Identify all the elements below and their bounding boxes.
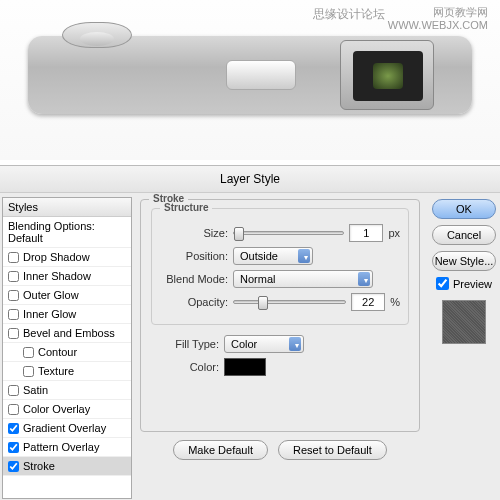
fill-type-select[interactable]: Color	[224, 335, 304, 353]
opacity-input[interactable]: 22	[351, 293, 385, 311]
sidebar-item-gradient-overlay[interactable]: Gradient Overlay	[3, 419, 131, 438]
make-default-button[interactable]: Make Default	[173, 440, 268, 460]
sidebar-checkbox[interactable]	[8, 461, 19, 472]
sidebar-item-stroke[interactable]: Stroke	[3, 457, 131, 476]
reset-default-button[interactable]: Reset to Default	[278, 440, 387, 460]
preview-label: Preview	[453, 278, 492, 290]
preview-checkbox[interactable]	[436, 277, 449, 290]
layer-style-dialog: Layer Style Styles Blending Options: Def…	[0, 165, 500, 500]
blending-options-row[interactable]: Blending Options: Default	[3, 217, 131, 248]
opacity-label: Opacity:	[160, 296, 228, 308]
sidebar-item-color-overlay[interactable]: Color Overlay	[3, 400, 131, 419]
sidebar-item-pattern-overlay[interactable]: Pattern Overlay	[3, 438, 131, 457]
camera-shutter-icon	[80, 32, 114, 46]
stroke-panel: Stroke Structure Size: 1 px Position: Ou…	[132, 193, 428, 500]
sidebar-item-label: Gradient Overlay	[23, 422, 106, 434]
sidebar-item-label: Outer Glow	[23, 289, 79, 301]
camera-flash-icon	[226, 60, 296, 90]
sidebar-checkbox[interactable]	[23, 347, 34, 358]
position-label: Position:	[160, 250, 228, 262]
color-label: Color:	[151, 361, 219, 373]
sidebar-item-label: Inner Shadow	[23, 270, 91, 282]
styles-sidebar: Styles Blending Options: Default Drop Sh…	[2, 197, 132, 499]
new-style-button[interactable]: New Style...	[432, 251, 496, 271]
sidebar-checkbox[interactable]	[8, 271, 19, 282]
sidebar-checkbox[interactable]	[8, 328, 19, 339]
preview-checkbox-row[interactable]: Preview	[436, 277, 492, 290]
sidebar-checkbox[interactable]	[8, 290, 19, 301]
sidebar-checkbox[interactable]	[8, 442, 19, 453]
sidebar-item-inner-glow[interactable]: Inner Glow	[3, 305, 131, 324]
sidebar-item-outer-glow[interactable]: Outer Glow	[3, 286, 131, 305]
sidebar-item-label: Satin	[23, 384, 48, 396]
sidebar-checkbox[interactable]	[23, 366, 34, 377]
sidebar-item-drop-shadow[interactable]: Drop Shadow	[3, 248, 131, 267]
cancel-button[interactable]: Cancel	[432, 225, 496, 245]
preview-swatch	[442, 300, 486, 344]
camera-viewfinder-icon	[340, 40, 434, 110]
sidebar-item-label: Inner Glow	[23, 308, 76, 320]
ok-button[interactable]: OK	[432, 199, 496, 219]
position-select[interactable]: Outside	[233, 247, 313, 265]
dialog-buttons: OK Cancel New Style... Preview	[428, 193, 500, 500]
sidebar-item-satin[interactable]: Satin	[3, 381, 131, 400]
sidebar-checkbox[interactable]	[8, 385, 19, 396]
sidebar-checkbox[interactable]	[8, 309, 19, 320]
watermark-right: 网页教学网WWW.WEBJX.COM	[388, 6, 488, 32]
sidebar-item-contour[interactable]: Contour	[3, 343, 131, 362]
sidebar-item-label: Texture	[38, 365, 74, 377]
sidebar-item-bevel-and-emboss[interactable]: Bevel and Emboss	[3, 324, 131, 343]
blend-mode-label: Blend Mode:	[160, 273, 228, 285]
sidebar-checkbox[interactable]	[8, 252, 19, 263]
opacity-unit: %	[390, 296, 400, 308]
size-input[interactable]: 1	[349, 224, 383, 242]
blend-mode-select[interactable]: Normal	[233, 270, 373, 288]
sidebar-item-inner-shadow[interactable]: Inner Shadow	[3, 267, 131, 286]
camera-illustration	[28, 36, 472, 114]
color-swatch[interactable]	[224, 358, 266, 376]
sidebar-item-label: Pattern Overlay	[23, 441, 99, 453]
sidebar-item-texture[interactable]: Texture	[3, 362, 131, 381]
sidebar-item-label: Contour	[38, 346, 77, 358]
sidebar-checkbox[interactable]	[8, 404, 19, 415]
sidebar-item-label: Stroke	[23, 460, 55, 472]
tutorial-image: 思缘设计论坛 网页教学网WWW.WEBJX.COM	[0, 0, 500, 160]
fill-type-label: Fill Type:	[151, 338, 219, 350]
dialog-title: Layer Style	[0, 166, 500, 193]
sidebar-checkbox[interactable]	[8, 423, 19, 434]
sidebar-item-label: Bevel and Emboss	[23, 327, 115, 339]
size-unit: px	[388, 227, 400, 239]
size-label: Size:	[160, 227, 228, 239]
sidebar-item-label: Color Overlay	[23, 403, 90, 415]
sidebar-item-label: Drop Shadow	[23, 251, 90, 263]
structure-label: Structure	[160, 202, 212, 213]
size-slider[interactable]	[233, 231, 344, 235]
sidebar-header[interactable]: Styles	[3, 198, 131, 217]
watermark-left: 思缘设计论坛	[313, 6, 385, 23]
opacity-slider[interactable]	[233, 300, 346, 304]
